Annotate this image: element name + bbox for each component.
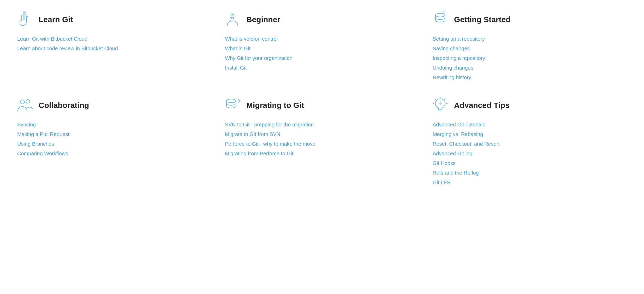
svg-point-8: [226, 99, 236, 103]
link-migrating-2[interactable]: Perforce to Git - why to make the move: [225, 141, 421, 147]
link-beginner-1[interactable]: What is Git: [225, 46, 421, 52]
link-advanced-tips-5[interactable]: Refs and the Reflog: [433, 170, 628, 176]
main-grid: Learn GitLearn Git with Bitbucket CloudL…: [16, 10, 628, 186]
link-migrating-0[interactable]: SVN to Git - prepping for the migration: [225, 122, 421, 128]
link-collaborating-1[interactable]: Making a Pull Request: [17, 131, 213, 137]
link-learn-git-1[interactable]: Learn about code review in Bitbucket Clo…: [17, 46, 213, 52]
people-icon: [16, 96, 34, 114]
link-beginner-3[interactable]: Install Git: [225, 65, 421, 71]
svg-point-7: [26, 100, 30, 103]
svg-point-3: [436, 13, 445, 17]
section-header-beginner: Beginner: [223, 10, 421, 29]
link-getting-started-2[interactable]: Inspecting a repository: [433, 55, 628, 61]
link-collaborating-3[interactable]: Comparing Workflows: [17, 151, 213, 157]
link-collaborating-0[interactable]: Syncing: [17, 122, 213, 128]
section-title: Beginner: [246, 15, 280, 24]
link-advanced-tips-4[interactable]: Git Hooks: [433, 160, 628, 166]
link-getting-started-3[interactable]: Undoing changes: [433, 65, 628, 71]
section-beginner: BeginnerWhat is version controlWhat is G…: [223, 10, 421, 81]
link-migrating-1[interactable]: Migrate to Git from SVN: [225, 131, 421, 137]
section-links-learn-git: Learn Git with Bitbucket CloudLearn abou…: [16, 36, 213, 52]
section-getting-started: Getting StartedSetting up a repositorySa…: [431, 10, 628, 81]
svg-line-13: [445, 99, 445, 100]
section-title: Advanced Tips: [454, 101, 510, 110]
link-migrating-3[interactable]: Migrating from Perforce to Git: [225, 151, 421, 157]
link-advanced-tips-0[interactable]: Advanced Git Tutorials: [433, 122, 628, 128]
section-collaborating: CollaboratingSyncingMaking a Pull Reques…: [16, 96, 213, 186]
section-links-migrating: SVN to Git - prepping for the migrationM…: [223, 122, 421, 157]
section-learn-git: Learn GitLearn Git with Bitbucket CloudL…: [16, 10, 213, 81]
section-title: Collaborating: [39, 101, 89, 110]
link-advanced-tips-2[interactable]: Reset, Checkout, and Revert: [433, 141, 628, 147]
lightbulb-icon: [431, 96, 449, 114]
svg-point-2: [231, 15, 234, 18]
link-advanced-tips-1[interactable]: Merging vs. Rebasing: [433, 131, 628, 137]
section-header-advanced-tips: Advanced Tips: [431, 96, 628, 114]
svg-point-1: [230, 14, 235, 19]
section-links-advanced-tips: Advanced Git TutorialsMerging vs. Rebasi…: [431, 122, 628, 186]
section-header-learn-git: Learn Git: [16, 10, 213, 29]
database-plus-icon: [431, 10, 449, 29]
link-learn-git-0[interactable]: Learn Git with Bitbucket Cloud: [17, 36, 213, 42]
section-title: Getting Started: [454, 15, 511, 24]
link-beginner-0[interactable]: What is version control: [225, 36, 421, 42]
section-header-collaborating: Collaborating: [16, 96, 213, 114]
link-getting-started-0[interactable]: Setting up a repository: [433, 36, 628, 42]
section-migrating: Migrating to GitSVN to Git - prepping fo…: [223, 96, 421, 186]
section-header-migrating: Migrating to Git: [223, 96, 421, 114]
section-header-getting-started: Getting Started: [431, 10, 628, 29]
svg-line-15: [435, 99, 436, 100]
section-title: Learn Git: [39, 15, 73, 24]
database-arrow-icon: [223, 96, 242, 114]
link-getting-started-4[interactable]: Rewriting history: [433, 75, 628, 81]
hand-pointer-icon: [16, 10, 34, 29]
section-links-getting-started: Setting up a repositorySaving changesIns…: [431, 36, 628, 81]
svg-point-6: [20, 100, 25, 104]
section-advanced-tips: Advanced TipsAdvanced Git TutorialsMergi…: [431, 96, 628, 186]
section-links-beginner: What is version controlWhat is GitWhy Gi…: [223, 36, 421, 71]
link-advanced-tips-6[interactable]: Git LFS: [433, 180, 628, 186]
link-collaborating-2[interactable]: Using Branches: [17, 141, 213, 147]
person-circle-icon: [223, 10, 242, 29]
link-advanced-tips-3[interactable]: Advanced Git log: [433, 151, 628, 157]
section-title: Migrating to Git: [246, 101, 304, 110]
section-links-collaborating: SyncingMaking a Pull RequestUsing Branch…: [16, 122, 213, 157]
link-beginner-2[interactable]: Why Git for your organization: [225, 55, 421, 61]
link-getting-started-1[interactable]: Saving changes: [433, 46, 628, 52]
